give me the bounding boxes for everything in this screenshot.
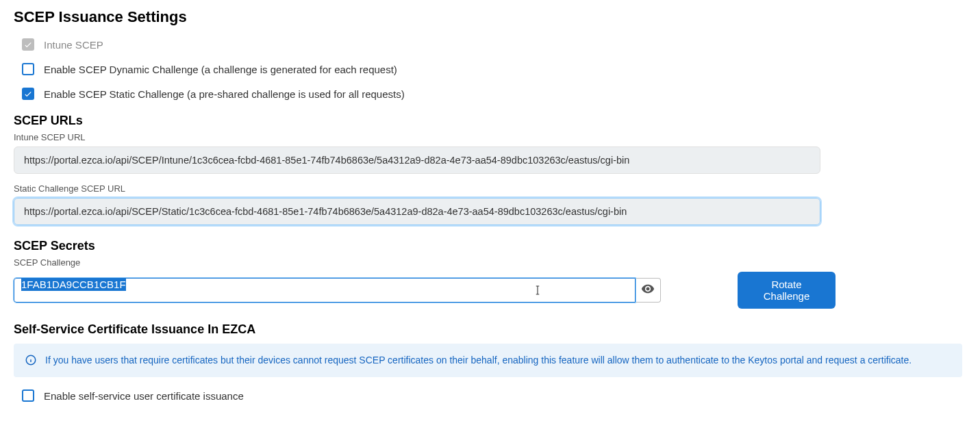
intune-scep-checkbox (22, 38, 34, 51)
dynamic-challenge-label: Enable SCEP Dynamic Challenge (a challen… (44, 64, 397, 75)
dynamic-challenge-row[interactable]: Enable SCEP Dynamic Challenge (a challen… (22, 63, 966, 75)
self-service-title: Self-Service Certificate Issuance In EZC… (14, 322, 966, 337)
info-banner: If you have users that require certifica… (14, 344, 962, 377)
self-service-checkbox[interactable] (22, 389, 34, 402)
challenge-label: SCEP Challenge (14, 257, 966, 268)
rotate-challenge-button[interactable]: Rotate Challenge (738, 272, 835, 309)
challenge-value: 1FAB1DA9CCB1CB1F (21, 278, 126, 291)
intune-scep-label: Intune SCEP (44, 39, 103, 51)
info-icon (25, 354, 37, 366)
info-text: If you have users that require certifica… (45, 353, 912, 368)
intune-url-label: Intune SCEP URL (14, 132, 966, 142)
static-url-label: Static Challenge SCEP URL (14, 183, 966, 194)
eye-icon (641, 282, 655, 298)
challenge-input[interactable]: 1FAB1DA9CCB1CB1F (14, 278, 636, 303)
scep-urls-title: SCEP URLs (14, 114, 966, 128)
static-challenge-checkbox[interactable] (22, 88, 34, 100)
self-service-row[interactable]: Enable self-service user certificate iss… (22, 389, 966, 402)
static-challenge-row[interactable]: Enable SCEP Static Challenge (a pre-shar… (22, 88, 966, 100)
static-url-field[interactable]: https://portal.ezca.io/api/SCEP/Static/1… (14, 198, 820, 225)
static-challenge-label: Enable SCEP Static Challenge (a pre-shar… (44, 88, 405, 100)
intune-scep-row: Intune SCEP (22, 38, 966, 51)
toggle-visibility-button[interactable] (636, 278, 661, 303)
scep-secrets-title: SCEP Secrets (14, 239, 966, 253)
intune-url-field[interactable]: https://portal.ezca.io/api/SCEP/Intune/1… (14, 146, 820, 174)
scep-issuance-title: SCEP Issuance Settings (14, 8, 966, 26)
dynamic-challenge-checkbox[interactable] (22, 63, 34, 75)
self-service-label: Enable self-service user certificate iss… (44, 390, 244, 402)
